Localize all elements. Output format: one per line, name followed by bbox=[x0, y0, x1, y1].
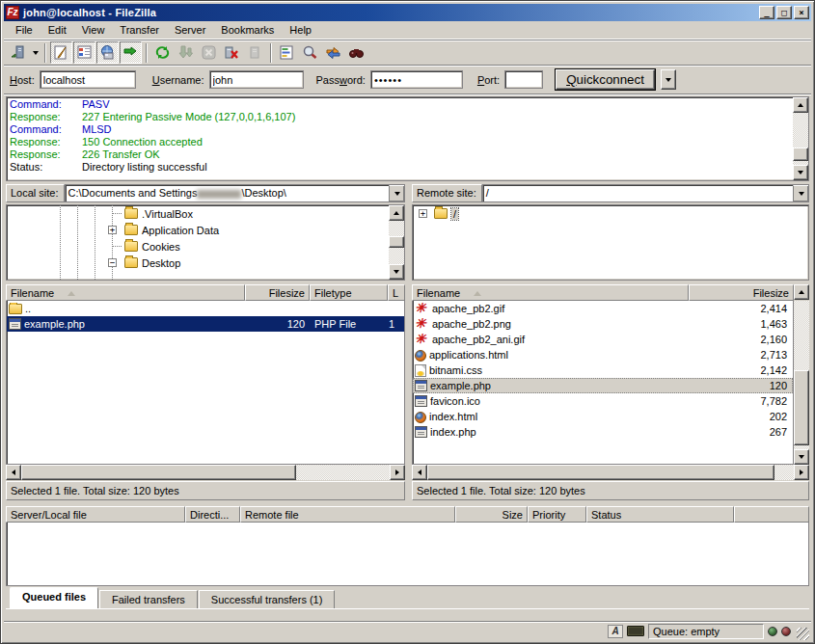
scroll-down-button[interactable] bbox=[793, 165, 808, 180]
file-size: 120 bbox=[246, 318, 311, 330]
remote-horizontal-scrollbar[interactable] bbox=[412, 465, 809, 480]
scroll-up-button[interactable] bbox=[389, 205, 404, 221]
column-header-filesize[interactable]: Filesize bbox=[245, 284, 310, 301]
resize-grip[interactable] bbox=[797, 628, 809, 640]
tree-item[interactable]: Cookies bbox=[7, 238, 389, 255]
column-header-filesize[interactable]: Filesize bbox=[689, 284, 794, 301]
tree-item[interactable]: .VirtualBox bbox=[7, 205, 389, 222]
local-site-dropdown-button[interactable] bbox=[389, 185, 404, 201]
quickconnect-button[interactable]: Quickconnect bbox=[556, 69, 655, 90]
scroll-left-button[interactable] bbox=[412, 465, 427, 480]
scroll-up-button[interactable] bbox=[794, 284, 809, 300]
speed-limits-icon[interactable] bbox=[627, 626, 644, 636]
file-row[interactable]: applications.html2,713 bbox=[413, 347, 793, 362]
column-header-direction[interactable]: Directi... bbox=[185, 506, 240, 523]
remote-site-dropdown-button[interactable] bbox=[793, 185, 808, 201]
file-row[interactable]: apache_pb2.png1,463 bbox=[413, 316, 793, 332]
menu-server[interactable]: Server bbox=[167, 22, 213, 38]
column-header-priority[interactable]: Priority bbox=[528, 506, 586, 523]
file-row[interactable]: bitnami.css2,142 bbox=[413, 362, 793, 378]
tree-item[interactable]: − Desktop bbox=[7, 255, 389, 271]
menu-view[interactable]: View bbox=[74, 22, 113, 38]
reconnect-button[interactable] bbox=[244, 41, 266, 64]
local-horizontal-scrollbar[interactable] bbox=[6, 465, 405, 480]
scroll-thumb[interactable] bbox=[793, 148, 808, 161]
queue-body[interactable] bbox=[6, 523, 809, 586]
site-manager-dropdown[interactable] bbox=[30, 41, 41, 64]
remote-site-path[interactable]: / bbox=[483, 185, 793, 201]
host-input[interactable] bbox=[40, 70, 136, 89]
file-row[interactable]: apache_pb2.gif2,414 bbox=[413, 301, 793, 316]
file-row[interactable]: example.php 120 PHP File 1 bbox=[7, 316, 404, 332]
tree-item[interactable]: + Application Data bbox=[7, 222, 389, 238]
tab-queued-files[interactable]: Queued files bbox=[10, 587, 98, 608]
scroll-down-button[interactable] bbox=[794, 449, 809, 465]
scroll-right-button[interactable] bbox=[390, 465, 405, 480]
file-row[interactable]: apache_pb2_ani.gif2,160 bbox=[413, 332, 793, 347]
column-header-filename[interactable]: Filename bbox=[412, 284, 689, 301]
synchronized-browsing-button[interactable] bbox=[322, 41, 344, 64]
refresh-button[interactable] bbox=[151, 41, 174, 64]
disconnect-button[interactable] bbox=[221, 41, 243, 64]
remote-tree-body[interactable]: + / bbox=[413, 205, 808, 280]
tab-successful-transfers[interactable]: Successful transfers (1) bbox=[199, 590, 336, 608]
port-input[interactable] bbox=[504, 70, 543, 89]
menu-file[interactable]: File bbox=[8, 22, 41, 38]
file-row[interactable]: .. bbox=[7, 301, 404, 316]
scroll-left-button[interactable] bbox=[6, 465, 21, 480]
scroll-down-button[interactable] bbox=[389, 264, 404, 280]
scroll-thumb[interactable] bbox=[21, 465, 296, 480]
tab-failed-transfers[interactable]: Failed transfers bbox=[99, 590, 198, 608]
log-vertical-scrollbar[interactable] bbox=[793, 97, 808, 180]
local-tree-body[interactable]: .VirtualBox + Application Data Cookies − bbox=[7, 205, 389, 280]
column-header-remote-file[interactable]: Remote file bbox=[240, 506, 455, 523]
column-header-size[interactable]: Size bbox=[455, 506, 528, 523]
quickconnect-dropdown[interactable] bbox=[661, 69, 676, 90]
directory-comparison-button[interactable] bbox=[299, 41, 321, 64]
password-input[interactable] bbox=[370, 70, 463, 89]
local-tree-scrollbar[interactable] bbox=[389, 205, 404, 280]
toggle-remote-tree-button[interactable] bbox=[96, 41, 119, 64]
remote-site-combo[interactable]: / bbox=[482, 184, 809, 202]
remote-vertical-scrollbar[interactable] bbox=[794, 301, 809, 465]
file-row[interactable]: index.php267 bbox=[413, 424, 793, 440]
scroll-up-button[interactable] bbox=[793, 97, 808, 113]
scroll-right-button[interactable] bbox=[794, 465, 809, 480]
process-queue-button[interactable] bbox=[175, 41, 197, 64]
scroll-thumb[interactable] bbox=[794, 370, 809, 445]
tree-item[interactable]: + / bbox=[413, 205, 808, 222]
file-row[interactable]: index.html202 bbox=[413, 409, 793, 424]
file-row[interactable]: favicon.ico7,782 bbox=[413, 393, 793, 409]
local-site-path[interactable]: C:\Documents and Settings\Desktop\ bbox=[66, 185, 389, 201]
menu-bookmarks[interactable]: Bookmarks bbox=[213, 22, 282, 38]
toggle-queue-button[interactable] bbox=[120, 41, 142, 64]
menu-transfer[interactable]: Transfer bbox=[112, 22, 167, 38]
column-header-lastmodified[interactable]: L bbox=[388, 284, 405, 301]
site-manager-button[interactable] bbox=[7, 41, 29, 64]
title-bar[interactable]: Fz john@localhost - FileZilla _ □ × bbox=[4, 4, 811, 21]
menu-edit[interactable]: Edit bbox=[41, 22, 74, 38]
collapse-icon[interactable]: − bbox=[108, 258, 117, 267]
toggle-local-tree-button[interactable] bbox=[73, 41, 95, 64]
close-button[interactable]: × bbox=[794, 6, 809, 19]
menu-help[interactable]: Help bbox=[282, 22, 319, 38]
scroll-thumb[interactable] bbox=[389, 236, 404, 248]
maximize-button[interactable]: □ bbox=[776, 6, 792, 19]
cancel-operation-button[interactable] bbox=[198, 41, 220, 64]
column-header-filename[interactable]: Filename bbox=[6, 284, 245, 301]
expand-icon[interactable]: + bbox=[108, 226, 117, 234]
scroll-thumb[interactable] bbox=[427, 465, 774, 480]
expand-icon[interactable]: + bbox=[419, 209, 427, 218]
toggle-message-log-button[interactable] bbox=[50, 41, 72, 64]
column-header-server-local-file[interactable]: Server/Local file bbox=[6, 506, 185, 523]
local-site-combo[interactable]: C:\Documents and Settings\Desktop\ bbox=[65, 184, 405, 202]
data-type-indicator-icon[interactable]: A bbox=[608, 625, 623, 638]
username-input[interactable] bbox=[209, 70, 304, 89]
message-log-lines[interactable]: Command:PASV Response:227 Entering Passi… bbox=[7, 97, 793, 180]
column-header-filetype[interactable]: Filetype bbox=[310, 284, 388, 301]
filter-button[interactable] bbox=[276, 41, 298, 64]
file-row[interactable]: example.php120 bbox=[413, 378, 793, 393]
column-header-status[interactable]: Status bbox=[586, 506, 734, 523]
find-files-button[interactable] bbox=[345, 41, 367, 64]
minimize-button[interactable]: _ bbox=[759, 6, 774, 19]
